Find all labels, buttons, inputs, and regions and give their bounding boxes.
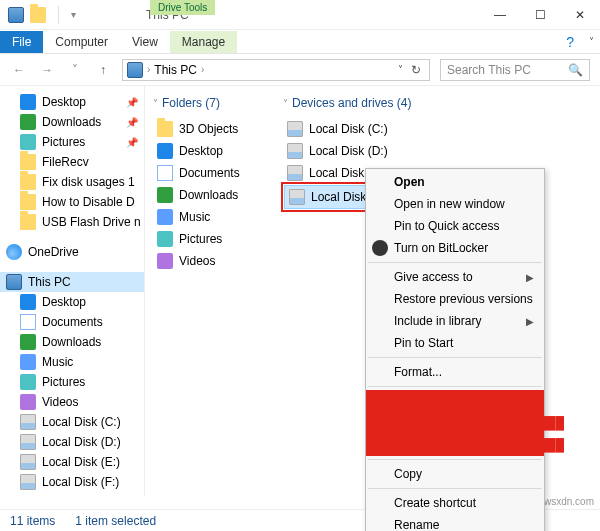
- sidebar-pc-child[interactable]: Music: [0, 352, 144, 372]
- ribbon: File Computer View Manage ? ˅: [0, 30, 600, 54]
- folder-item[interactable]: 3D Objects: [153, 118, 263, 140]
- drive-item[interactable]: Local Disk (D:): [283, 140, 592, 162]
- folder-label: Music: [179, 210, 210, 224]
- breadcrumb-thispc[interactable]: This PC: [150, 63, 201, 77]
- tab-view[interactable]: View: [120, 31, 170, 53]
- up-button[interactable]: ↑: [94, 63, 112, 77]
- status-selected: 1 item selected: [75, 514, 156, 528]
- qat-dropdown-icon[interactable]: ▾: [71, 9, 76, 20]
- folder-icon[interactable]: [30, 7, 46, 23]
- folder-label: Videos: [179, 254, 215, 268]
- sidebar-quickaccess-item[interactable]: Pictures📌: [0, 132, 144, 152]
- tab-computer[interactable]: Computer: [43, 31, 120, 53]
- titlebar: ▾ Drive Tools This PC — ☐ ✕: [0, 0, 600, 30]
- address-dropdown-icon[interactable]: ˅: [394, 64, 407, 75]
- help-icon[interactable]: ?: [566, 34, 574, 50]
- drives-group-header[interactable]: ˅Devices and drives (4): [283, 96, 592, 110]
- desktop-icon: [20, 294, 36, 310]
- tab-file[interactable]: File: [0, 31, 43, 53]
- sidebar-pc-child[interactable]: Local Disk (C:): [0, 412, 144, 432]
- search-icon[interactable]: 🔍: [568, 63, 583, 77]
- sidebar-item-label: OneDrive: [28, 245, 79, 259]
- context-menu-item[interactable]: Give access to▶: [366, 266, 544, 288]
- picture-icon: [20, 374, 36, 390]
- folder-item[interactable]: Documents: [153, 162, 263, 184]
- sidebar-item-label: This PC: [28, 275, 71, 289]
- sidebar-quickaccess-item[interactable]: USB Flash Drive n: [0, 212, 144, 232]
- sidebar-quickaccess-item[interactable]: FileRecv: [0, 152, 144, 172]
- sidebar-pc-child[interactable]: Desktop: [0, 292, 144, 312]
- folder-icon: [20, 214, 36, 230]
- context-menu-item[interactable]: ████████████████████: [366, 434, 544, 456]
- context-menu-label: ████████████████████: [394, 416, 564, 430]
- sidebar-pc-child[interactable]: Local Disk (D:): [0, 432, 144, 452]
- context-menu-label: Copy: [394, 467, 422, 481]
- sidebar-pc-child[interactable]: Documents: [0, 312, 144, 332]
- docs-icon: [20, 314, 36, 330]
- sidebar-quickaccess-item[interactable]: Desktop📌: [0, 92, 144, 112]
- refresh-icon[interactable]: ↻: [407, 63, 425, 77]
- download-icon: [157, 187, 173, 203]
- context-menu-item[interactable]: Rename: [366, 514, 544, 531]
- drive-icon: [287, 165, 303, 181]
- sidebar-item-label: FileRecv: [42, 155, 89, 169]
- sidebar-quickaccess-item[interactable]: Fix disk usages 1: [0, 172, 144, 192]
- sidebar-pc-child[interactable]: Local Disk (E:): [0, 452, 144, 472]
- sidebar-quickaccess-item[interactable]: Downloads📌: [0, 112, 144, 132]
- maximize-button[interactable]: ☐: [520, 0, 560, 30]
- forward-button[interactable]: →: [38, 63, 56, 77]
- context-menu-label: Open: [394, 175, 425, 189]
- context-menu-item[interactable]: Format...: [366, 361, 544, 383]
- navigation-pane[interactable]: Desktop📌Downloads📌Pictures📌FileRecvFix d…: [0, 86, 145, 496]
- minimize-button[interactable]: —: [480, 0, 520, 30]
- sidebar-pc-child[interactable]: Videos: [0, 392, 144, 412]
- context-menu-label: Open in new window: [394, 197, 505, 211]
- folder-item[interactable]: Downloads: [153, 184, 263, 206]
- close-button[interactable]: ✕: [560, 0, 600, 30]
- folder-item[interactable]: Music: [153, 206, 263, 228]
- sidebar-pc-child[interactable]: Pictures: [0, 372, 144, 392]
- context-menu-item[interactable]: Pin to Quick access: [366, 215, 544, 237]
- context-menu-item[interactable]: Copy: [366, 463, 544, 485]
- sidebar-pc-child[interactable]: Local Disk (F:): [0, 472, 144, 492]
- sidebar-item-label: Downloads: [42, 335, 101, 349]
- sidebar-item-label: Local Disk (E:): [42, 455, 120, 469]
- context-menu-item[interactable]: Create shortcut: [366, 492, 544, 514]
- expand-ribbon-icon[interactable]: ˅: [589, 36, 594, 47]
- context-menu-item[interactable]: Pin to Start: [366, 332, 544, 354]
- sidebar-this-pc[interactable]: ˅This PC: [0, 272, 144, 292]
- sidebar-quickaccess-item[interactable]: How to Disable D: [0, 192, 144, 212]
- chevron-right-icon[interactable]: ›: [201, 64, 204, 75]
- context-menu-item[interactable]: Include in library▶: [366, 310, 544, 332]
- folder-item[interactable]: Pictures: [153, 228, 263, 250]
- folder-label: Desktop: [179, 144, 223, 158]
- sidebar-item-label: How to Disable D: [42, 195, 135, 209]
- context-menu-item[interactable]: Open in new window: [366, 193, 544, 215]
- sidebar-item-label: Local Disk (D:): [42, 435, 121, 449]
- context-menu-item[interactable]: ████████████████: [366, 390, 544, 412]
- folder-item[interactable]: Desktop: [153, 140, 263, 162]
- sidebar-pc-child[interactable]: Downloads: [0, 332, 144, 352]
- folders-group-header[interactable]: ˅Folders (7): [153, 96, 263, 110]
- video-icon: [157, 253, 173, 269]
- address-bar[interactable]: › This PC › ˅ ↻: [122, 59, 430, 81]
- drive-icon: [20, 474, 36, 490]
- context-menu-item[interactable]: ████████████████████: [366, 412, 544, 434]
- folder-icon: [157, 121, 173, 137]
- context-menu-item[interactable]: Open: [366, 171, 544, 193]
- folder-icon: [20, 174, 36, 190]
- sidebar-onedrive[interactable]: ›OneDrive: [0, 242, 144, 262]
- desktop-icon: [20, 94, 36, 110]
- folder-item[interactable]: Videos: [153, 250, 263, 272]
- context-menu-item[interactable]: Turn on BitLocker: [366, 237, 544, 259]
- context-menu-item[interactable]: Restore previous versions: [366, 288, 544, 310]
- search-input[interactable]: Search This PC 🔍: [440, 59, 590, 81]
- drive-item[interactable]: Local Disk (C:): [283, 118, 592, 140]
- folder-label: Documents: [179, 166, 240, 180]
- context-menu-label: Format...: [394, 365, 442, 379]
- recent-dropdown-icon[interactable]: ˅: [66, 63, 84, 77]
- sidebar-item-label: Desktop: [42, 95, 86, 109]
- pc-icon: [127, 62, 143, 78]
- back-button[interactable]: ←: [10, 63, 28, 77]
- tab-manage[interactable]: Manage: [170, 31, 237, 53]
